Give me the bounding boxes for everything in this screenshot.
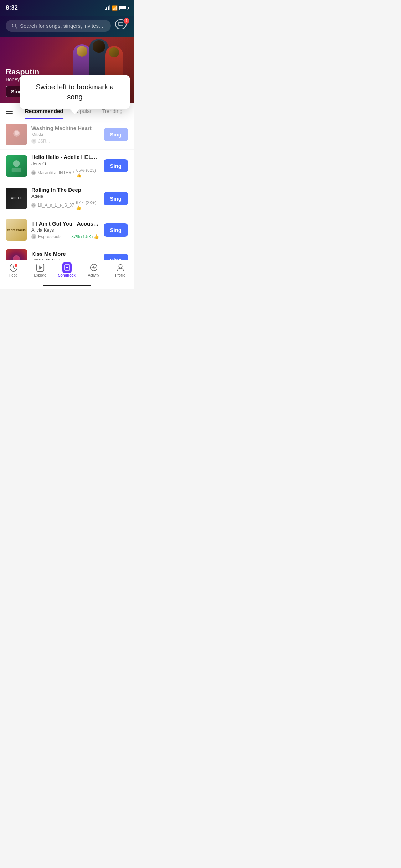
bottom-nav: Feed Explore Songbook [0, 260, 134, 289]
song-score: 87% (1.5K) 👍 [71, 234, 99, 239]
home-indicator [43, 285, 91, 286]
search-bar: Search for songs, singers, invites... 1 [0, 16, 134, 37]
song-info: Hello Hello - Adelle HELLO 💋 Jens O. ☺ M… [31, 154, 99, 178]
user-icon: ☺ [31, 234, 36, 239]
search-icon [11, 23, 17, 29]
chat-button[interactable]: 1 [115, 19, 128, 32]
svg-rect-5 [12, 168, 21, 172]
song-meta: ☺ Espressouls 87% (1.5K) 👍 [31, 234, 99, 239]
song-info: If I Ain't Got You - Acoustic Gu... Alic… [31, 221, 99, 239]
song-info: Rolling In The Deep Adele ☺ 19_A_n_L_e_S… [31, 187, 99, 210]
list-item[interactable]: Hello Hello - Adelle HELLO 💋 Jens O. ☺ M… [0, 150, 134, 182]
svg-point-4 [13, 160, 20, 167]
nav-label-feed: Feed [9, 273, 17, 277]
nav-label-activity: Activity [88, 273, 99, 277]
nav-label-songbook: Songbook [58, 273, 76, 277]
list-item[interactable]: espressouls If I Ain't Got You - Acousti… [0, 215, 134, 245]
chat-badge: 1 [124, 18, 129, 24]
svg-point-3 [14, 131, 19, 135]
user-icon: ☺ [31, 170, 36, 175]
sing-button[interactable]: Sing [104, 192, 128, 205]
battery-icon [119, 6, 128, 10]
song-title: Rolling In The Deep [31, 187, 99, 193]
song-username: Espressouls [38, 234, 61, 239]
list-item[interactable]: Washing Machine Heart Mitski ☺ JSR... Si… [0, 119, 134, 150]
song-artist: Mitski [31, 132, 99, 137]
nav-item-feed[interactable]: Feed [0, 263, 27, 277]
chat-icon [118, 22, 123, 26]
tooltip-popup: Swipe left to bookmark a song [20, 75, 130, 109]
song-thumbnail: espressouls [6, 219, 27, 241]
tooltip-arrow [70, 109, 80, 114]
svg-point-12 [119, 265, 122, 268]
song-artist: Adele [31, 193, 99, 199]
song-title: Kiss Me More [31, 251, 99, 257]
song-title: If I Ain't Got You - Acoustic Gu... [31, 221, 99, 227]
songbook-icon [62, 263, 72, 272]
svg-point-9 [14, 264, 17, 267]
svg-marker-11 [39, 265, 42, 269]
song-artist: Alicia Keys [31, 227, 99, 233]
song-thumbnail [6, 155, 27, 177]
status-time: 8:32 [6, 4, 18, 11]
list-item[interactable]: ADELE Rolling In The Deep Adele ☺ 19_A_n… [0, 182, 134, 215]
status-bar: 8:32 📶 [0, 0, 134, 16]
sing-button[interactable]: Sing [104, 128, 128, 141]
tooltip-text: Swipe left to bookmark a song [27, 82, 122, 102]
song-thumbnail: ADELE [6, 188, 27, 209]
search-placeholder: Search for songs, singers, invites... [20, 23, 103, 29]
sing-button[interactable]: Sing [104, 223, 128, 237]
user-icon: ☺ [31, 203, 36, 208]
song-title: Hello Hello - Adelle HELLO 💋 [31, 154, 99, 160]
explore-icon [36, 263, 45, 272]
nav-label-profile: Profile [115, 273, 125, 277]
song-username: 19_A_n_L_e_S_07 [37, 203, 74, 208]
song-meta: ☺ JSR... [31, 139, 99, 144]
song-meta: ☺ Marantika_INTERP 65% (623) 👍 [31, 168, 99, 178]
nav-item-explore[interactable]: Explore [27, 263, 53, 277]
song-score: 65% (623) 👍 [76, 168, 99, 178]
activity-icon [89, 263, 98, 272]
search-input[interactable]: Search for songs, singers, invites... [6, 20, 111, 32]
song-title: Washing Machine Heart [31, 125, 99, 131]
song-score: 67% (2K+) 👍 [76, 200, 99, 210]
song-username: Marantika_INTERP [37, 170, 74, 175]
song-artist: Jens O. [31, 161, 99, 166]
song-thumbnail [6, 124, 27, 145]
nav-label-explore: Explore [34, 273, 46, 277]
status-icons: 📶 [105, 5, 128, 11]
hamburger-button[interactable] [6, 104, 17, 119]
nav-item-profile[interactable]: Profile [107, 263, 134, 277]
song-list: Washing Machine Heart Mitski ☺ JSR... Si… [0, 119, 134, 275]
svg-line-1 [15, 27, 17, 28]
user-icon: ☺ [31, 139, 36, 144]
sing-button[interactable]: Sing [104, 159, 128, 172]
song-username: JSR... [38, 139, 50, 144]
wifi-icon: 📶 [112, 5, 118, 11]
feed-icon [9, 263, 18, 272]
nav-item-activity[interactable]: Activity [80, 263, 107, 277]
nav-item-songbook[interactable]: Songbook [53, 263, 80, 277]
profile-icon [116, 263, 125, 272]
song-meta: ☺ 19_A_n_L_e_S_07 67% (2K+) 👍 [31, 200, 99, 210]
signal-icon [105, 5, 110, 10]
song-info: Washing Machine Heart Mitski ☺ JSR... [31, 125, 99, 144]
